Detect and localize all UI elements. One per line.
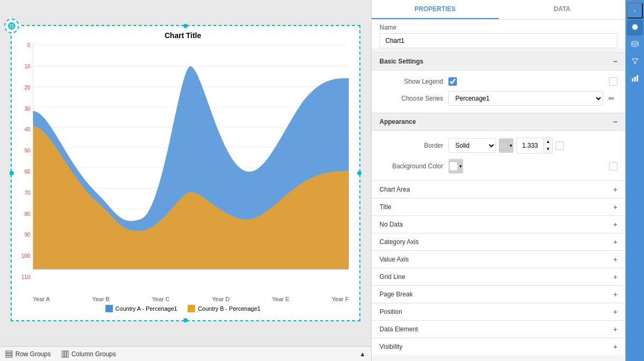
move-handle[interactable] — [4, 19, 19, 33]
visibility-header[interactable]: Visibility + — [372, 338, 625, 355]
sidebar-arrow-btn[interactable]: › — [627, 3, 643, 19]
chart-container: Chart Title 110 100 90 80 70 60 50 40 30… — [0, 0, 371, 346]
chart-area-plus: + — [613, 185, 617, 194]
row-groups-item[interactable]: Row Groups — [5, 350, 51, 358]
bottom-bar: Row Groups Column Groups ▲ — [0, 346, 371, 361]
tab-data[interactable]: DATA — [499, 0, 626, 19]
svg-rect-22 — [67, 351, 68, 357]
chart-wrapper[interactable]: Chart Title 110 100 90 80 70 60 50 40 30… — [11, 25, 360, 321]
category-axis-header[interactable]: Category Axis + — [372, 233, 625, 250]
name-label: Name — [372, 20, 625, 33]
title-header[interactable]: Title + — [372, 198, 625, 215]
choose-series-control: Percenage1 ✏ — [448, 91, 617, 106]
choose-series-select[interactable]: Percenage1 — [448, 91, 603, 106]
panel-content: Name Basic Settings − Show Legend — [372, 20, 625, 361]
sidebar-filter-btn[interactable] — [627, 53, 643, 69]
show-legend-checkbox[interactable] — [448, 77, 457, 86]
appearance-body: Border Solid Dashed Dotted None ▼ — [372, 131, 625, 180]
page-break-section: Page Break + — [372, 285, 625, 303]
position-header[interactable]: Position + — [372, 303, 625, 320]
tab-properties[interactable]: PROPERTIES — [372, 0, 499, 19]
basic-settings-toggle: − — [613, 57, 617, 66]
basic-settings-body: Show Legend Choose Series Percenage1 ✏ — [372, 70, 625, 113]
appearance-header[interactable]: Appearance − — [372, 113, 625, 131]
title-section: Title + — [372, 198, 625, 215]
svg-rect-19 — [6, 356, 12, 357]
value-axis-section: Value Axis + — [372, 250, 625, 268]
svg-rect-17 — [6, 351, 12, 353]
grid-line-label: Grid Line — [380, 273, 405, 281]
svg-point-23 — [632, 41, 638, 43]
value-axis-header[interactable]: Value Axis + — [372, 251, 625, 268]
value-axis-label: Value Axis — [380, 256, 409, 263]
choose-series-row: Choose Series Percenage1 ✏ — [372, 88, 625, 109]
panel-tabs: PROPERTIES DATA — [372, 0, 625, 20]
name-input[interactable] — [380, 33, 617, 48]
no-data-plus: + — [613, 220, 617, 229]
basic-settings-label: Basic Settings — [380, 58, 424, 65]
choose-series-label: Choose Series — [380, 95, 443, 102]
sidebar-icons: › — [625, 0, 644, 361]
grid-line-header[interactable]: Grid Line + — [372, 268, 625, 285]
category-axis-section: Category Axis + — [372, 233, 625, 250]
name-section: Name — [372, 20, 625, 48]
page-break-header[interactable]: Page Break + — [372, 286, 625, 303]
data-element-header[interactable]: Data Element + — [372, 321, 625, 338]
chart-settings-icon — [631, 74, 639, 83]
svg-rect-26 — [637, 75, 638, 82]
legend-label-a: Country A - Percenage1 — [116, 305, 178, 312]
data-element-label: Data Element — [380, 326, 418, 333]
border-row: Border Solid Dashed Dotted None ▼ — [372, 135, 625, 156]
edit-series-button[interactable]: ✏ — [606, 93, 617, 104]
visibility-label: Visibility — [380, 343, 402, 350]
chart-legend: Country A - Percenage1 Country B - Perce… — [17, 302, 349, 315]
bg-color-check — [609, 162, 617, 170]
page-break-plus: + — [613, 290, 617, 299]
column-groups-item[interactable]: Column Groups — [61, 350, 116, 358]
position-section: Position + — [372, 303, 625, 320]
sidebar-database-btn[interactable] — [627, 37, 643, 52]
title-plus: + — [613, 203, 617, 211]
bg-color-control: ▼ — [448, 159, 617, 174]
resize-top-center[interactable] — [183, 24, 188, 28]
sidebar-chart-btn[interactable] — [627, 70, 643, 86]
visibility-section: Visibility + — [372, 338, 625, 355]
border-width-input[interactable] — [517, 139, 543, 152]
resize-bottom-center[interactable] — [183, 318, 188, 322]
border-width-down[interactable]: ▼ — [544, 146, 552, 153]
appearance-section: Appearance − Border Solid Dashed Dotted … — [372, 113, 625, 180]
chart-area-header[interactable]: Chart Area + — [372, 181, 625, 198]
grid-line-section: Grid Line + — [372, 268, 625, 285]
border-style-select[interactable]: Solid Dashed Dotted None — [448, 138, 496, 153]
bg-color-label: Background Color — [380, 163, 443, 170]
resize-mid-right[interactable] — [357, 171, 361, 175]
chart-svg-area — [33, 42, 349, 293]
legend-color-a — [105, 305, 113, 312]
no-data-header[interactable]: No Data + — [372, 216, 625, 233]
data-element-section: Data Element + — [372, 320, 625, 338]
svg-rect-24 — [632, 78, 633, 82]
appearance-label: Appearance — [380, 118, 416, 125]
border-width-up[interactable]: ▲ — [544, 138, 552, 146]
basic-settings-section: Basic Settings − Show Legend Choose Seri… — [372, 52, 625, 113]
legend-item-country-b: Country B - Percenage1 — [188, 305, 260, 312]
bg-color-picker[interactable]: ▼ — [448, 159, 463, 174]
sidebar-gear-btn[interactable] — [627, 20, 643, 35]
show-legend-extra-check — [609, 77, 617, 86]
svg-rect-21 — [64, 351, 66, 357]
position-plus: + — [613, 308, 617, 316]
gear-icon — [631, 23, 639, 32]
resize-mid-left[interactable] — [10, 171, 14, 175]
bg-color-row: Background Color ▼ — [372, 156, 625, 176]
category-axis-plus: + — [613, 238, 617, 246]
page-break-label: Page Break — [380, 291, 413, 298]
bottom-bar-up-btn[interactable]: ▲ — [359, 350, 366, 358]
show-legend-control — [448, 77, 617, 86]
show-legend-row: Show Legend — [372, 75, 625, 88]
data-element-plus: + — [613, 325, 617, 333]
legend-label-b: Country B - Percenage1 — [198, 305, 260, 312]
chart-title: Chart Title — [17, 31, 349, 40]
basic-settings-header[interactable]: Basic Settings − — [372, 52, 625, 70]
border-color-picker[interactable]: ▼ — [499, 138, 514, 153]
title-label: Title — [380, 203, 391, 211]
